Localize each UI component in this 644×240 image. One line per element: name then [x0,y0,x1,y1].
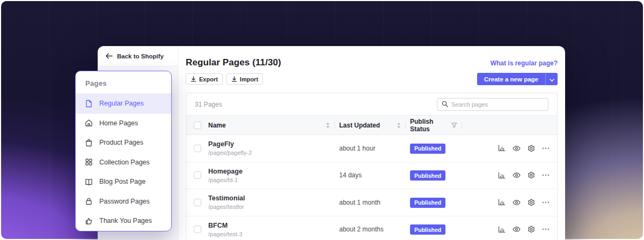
column-header-name: Name [186,116,335,134]
pages-table-card: 31 Pages Name [186,93,558,240]
main-content: Regular Pages (11/30) What is regular pa… [178,46,565,240]
actions-cell [462,171,557,179]
help-link[interactable]: What is regular page? [491,59,558,67]
page-path: /pages/fd-1 [208,177,243,183]
more-icon[interactable] [542,201,550,204]
more-icon[interactable] [542,228,550,230]
column-header-actions [462,116,557,134]
import-button[interactable]: Import [226,73,263,85]
preview-icon[interactable] [513,172,521,178]
settings-icon[interactable] [528,145,535,152]
table-row: Homepage /pages/fd-1 14 days Published [186,162,557,190]
status-badge: Published [410,144,445,154]
sidebar-item-label: Product Pages [99,139,143,146]
filter-icon[interactable] [451,122,457,128]
title-row: Regular Pages (11/30) What is regular pa… [186,46,558,68]
back-to-shopify-link[interactable]: Back to Shopify [98,46,178,66]
export-label: Export [199,76,218,82]
sidebar-item-label: Collection Pages [99,159,150,166]
column-label: Publish Status [410,118,451,133]
thumbs-up-icon [85,217,93,225]
table-toolbar: 31 Pages [186,93,557,115]
sidebar-item-label: Password Pages [99,198,150,205]
table-row: BFCM /pages/test-3 about 2 months Publis… [186,216,557,240]
pages-menu-title: Pages [76,71,171,94]
last-updated-cell: 14 days [335,171,406,179]
pages-menu-card: Pages Regular Pages Home Pages [75,71,172,231]
sidebar-item-blog-post-page[interactable]: Blog Post Page [76,172,171,192]
row-checkbox[interactable] [194,171,201,179]
search-box[interactable] [437,98,548,111]
chevron-down-icon [550,74,554,84]
back-arrow-icon [106,53,113,59]
status-badge: Published [410,170,445,181]
page-title: Regular Pages (11/30) [186,57,281,68]
analytics-icon[interactable] [498,145,506,152]
create-new-page-label[interactable]: Create a new page [477,73,545,85]
page-icon [85,100,93,108]
export-import-group: Export Import [186,73,263,85]
page-path: /pages/pagefly-2 [208,149,252,156]
status-badge: Published [410,224,445,235]
lock-icon [85,197,93,205]
analytics-icon[interactable] [498,199,506,206]
sidebar-item-thank-you-pages[interactable]: Thank You Pages [76,211,171,231]
sidebar-item-regular-pages[interactable]: Regular Pages [76,94,171,114]
search-input[interactable] [451,101,544,108]
preview-icon[interactable] [513,226,521,232]
create-dropdown-toggle[interactable] [545,73,558,85]
page-name[interactable]: Homepage [208,168,243,175]
sidebar-item-collection-pages[interactable]: Collection Pages [76,153,171,172]
last-updated-cell: about 2 months [335,226,406,233]
preview-icon[interactable] [513,199,521,206]
sort-icon[interactable] [326,122,330,129]
export-button[interactable]: Export [186,73,223,85]
more-icon[interactable] [542,147,550,149]
actions-cell [462,199,557,206]
status-cell: Published [406,170,462,181]
analytics-icon[interactable] [498,226,506,233]
status-cell: Published [406,197,462,208]
back-link-label: Back to Shopify [117,53,164,59]
status-badge: Published [410,198,445,208]
settings-icon[interactable] [528,226,535,233]
name-cell: BFCM /pages/test-3 [186,222,335,237]
sidebar-item-label: Regular Pages [99,100,144,107]
search-icon [442,100,448,109]
table-header-row: Name Last Updated Publish Status [186,115,557,135]
column-header-publish-status: Publish Status [406,116,462,134]
book-icon [85,178,93,186]
sort-icon[interactable] [397,122,401,129]
screenshot-stage: Back to Shopify Pages Regular Pages Home… [0,0,644,240]
analytics-icon[interactable] [498,172,506,179]
last-updated-cell: about 1 month [335,199,406,206]
bag-icon [85,139,93,147]
sidebar-item-home-pages[interactable]: Home Pages [76,114,171,133]
import-icon [231,76,237,82]
more-icon[interactable] [542,174,550,176]
settings-icon[interactable] [528,199,535,206]
page-path: /pages/testfor [208,204,245,210]
export-icon [191,76,196,82]
row-checkbox[interactable] [194,226,201,233]
actions-cell [462,226,557,233]
table-row: Testimonial /pages/testfor about 1 month… [186,189,557,216]
preview-icon[interactable] [513,145,521,152]
status-cell: Published [406,143,462,154]
name-cell: Testimonial /pages/testfor [186,194,335,210]
sidebar-item-product-pages[interactable]: Product Pages [76,133,171,153]
grid-icon [85,158,93,166]
row-checkbox[interactable] [194,145,201,152]
sidebar-item-label: Blog Post Page [99,178,145,185]
sidebar: Back to Shopify Pages Regular Pages Home… [98,46,178,240]
page-name[interactable]: BFCM [208,222,243,229]
page-name[interactable]: PageFly [208,140,252,148]
settings-icon[interactable] [528,171,535,179]
create-new-page-button[interactable]: Create a new page [477,73,558,85]
select-all-checkbox[interactable] [194,122,201,129]
sidebar-item-password-pages[interactable]: Password Pages [76,192,171,212]
row-checkbox[interactable] [194,199,201,206]
page-name[interactable]: Testimonial [208,194,245,202]
home-icon [85,119,93,127]
name-cell: PageFly /pages/pagefly-2 [186,140,335,156]
